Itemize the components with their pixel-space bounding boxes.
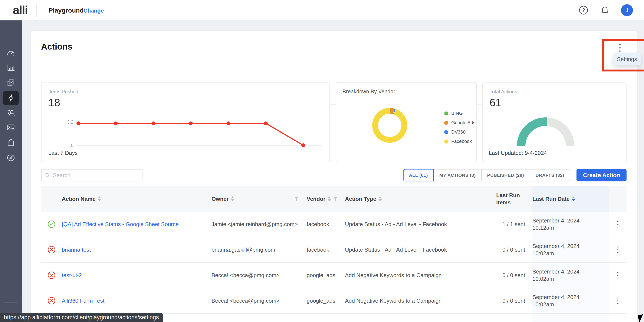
dashboard-icon	[6, 48, 16, 57]
svg-text:?: ?	[582, 7, 585, 13]
users-icon	[6, 108, 16, 117]
client-name: Playground	[48, 7, 84, 14]
row-kebab-menu-icon[interactable]	[609, 288, 626, 313]
sidebar-item-dashboard[interactable]	[3, 45, 19, 60]
sidebar-item-reports[interactable]	[3, 60, 19, 75]
action-name-link[interactable]: Alli360 Form Test	[62, 298, 104, 304]
column-action-type[interactable]: Action Type	[345, 186, 496, 212]
filter-button[interactable]: MY ACTIONS (8)	[434, 169, 482, 181]
sidebar-item-discover[interactable]	[3, 151, 19, 165]
sidebar-item-actions[interactable]	[3, 91, 19, 105]
vendor-cell: google_ads	[307, 288, 345, 313]
legend-item: DV360	[444, 129, 476, 135]
column-last-run-items: Last Run Items	[496, 186, 532, 212]
filter-label: ALL (61)	[409, 173, 428, 178]
mouse-cursor	[638, 314, 644, 322]
filter-button[interactable]: ALL (61)	[403, 169, 434, 181]
page-kebab-menu-icon[interactable]	[616, 42, 624, 54]
vendor-legend: BING Google Ads DV360 Facebook	[444, 111, 476, 144]
status-url-bar: https://app.alliplatform.com/client/play…	[0, 313, 163, 322]
filter-label: PUBLISHED (29)	[487, 173, 524, 178]
vendor-cell: google_ads	[307, 263, 345, 288]
bar-chart-icon	[6, 63, 16, 72]
filter-button[interactable]: PUBLISHED (29)	[481, 169, 530, 181]
last-run-items-cell: 0 / 0 sent	[496, 288, 532, 313]
table-header: Action Name Owner Vendor Action Type Las…	[41, 186, 626, 212]
sidebar-item-tasks[interactable]	[3, 75, 19, 90]
action-type-cell: Add Negative Keywords to a Campaign	[345, 288, 496, 313]
sort-icon[interactable]	[328, 196, 331, 201]
table-row: Alli360 Form Test Becca! <becca@pmg.com>…	[41, 288, 626, 314]
row-kebab-menu-icon[interactable]	[609, 263, 626, 288]
column-action-name[interactable]: Action Name	[62, 186, 212, 212]
help-icon[interactable]: ?	[578, 5, 589, 15]
vendor-cell	[307, 314, 345, 322]
sidebar-item-commerce[interactable]	[3, 136, 19, 150]
sidebar-item-audiences[interactable]	[3, 106, 19, 120]
last-run-items-cell	[496, 314, 532, 322]
filter-label: MY ACTIONS (8)	[439, 173, 476, 178]
last-run-date: September 4, 2024	[532, 268, 580, 275]
last-run-time: 10:02am	[532, 275, 580, 283]
vendor-cell: facebook	[307, 212, 345, 237]
sidebar-item-creative[interactable]	[3, 120, 19, 135]
legend-label: Facebook	[451, 139, 472, 144]
filter-funnel-icon[interactable]	[333, 197, 337, 201]
status-error-icon	[47, 271, 56, 280]
action-name-link[interactable]: brianna test	[62, 247, 91, 253]
column-last-run-date[interactable]: Last Run Date	[532, 186, 609, 212]
column-status	[41, 186, 62, 212]
owner-cell: Jamie <jamie.reinhard@pmg.com>	[212, 212, 307, 237]
sort-icon[interactable]	[231, 196, 234, 201]
vendor-donut-chart	[372, 108, 407, 143]
sidebar	[0, 20, 22, 322]
shopping-bag-icon	[6, 138, 16, 147]
ytick-top: 3.2	[67, 119, 74, 125]
sort-icon[interactable]	[378, 196, 382, 201]
ytick-bottom: 0	[71, 143, 74, 148]
action-name-link[interactable]: test-ui-2	[62, 272, 82, 279]
image-icon	[6, 123, 16, 132]
column-vendor[interactable]: Vendor	[307, 186, 345, 212]
legend-label: BING	[451, 111, 463, 116]
compass-icon	[6, 153, 16, 162]
sort-icon[interactable]	[98, 196, 101, 201]
search-icon	[45, 172, 50, 178]
filter-funnel-icon[interactable]	[294, 197, 298, 201]
status-success-icon	[47, 220, 56, 228]
search-input[interactable]	[53, 172, 139, 179]
items-pushed-footer: Last 7 Days	[48, 150, 78, 156]
last-run-date: September 4, 2024	[532, 294, 580, 301]
action-type-cell: Update Status - Ad - Ad Level - Facebook	[345, 212, 496, 237]
owner-cell: brianna.gaskill@pmg.com	[212, 237, 307, 262]
row-kebab-menu-icon[interactable]	[609, 237, 626, 262]
filter-button[interactable]: DRAFTS (32)	[530, 169, 570, 181]
sort-icon-active-desc[interactable]	[572, 196, 575, 201]
last-run-time: 10:02am	[532, 250, 580, 257]
legend-dot	[444, 140, 448, 144]
action-type-cell	[345, 314, 496, 322]
legend-dot	[444, 130, 448, 134]
change-client-link[interactable]: Change	[84, 7, 104, 14]
action-name-link[interactable]: [QA] Ad Effective Status - Google Sheet …	[62, 221, 179, 228]
row-kebab-menu-icon[interactable]	[609, 212, 626, 237]
status-error-icon	[47, 245, 56, 254]
breakdown-by-vendor-card: Breakdown By Vendor BING Google Ads DV36…	[336, 82, 476, 162]
notifications-bell-icon[interactable]	[600, 5, 610, 15]
breakdown-title: Breakdown By Vendor	[342, 88, 395, 95]
alli-logo: alli	[13, 3, 28, 17]
action-type-cell: Update Status - Ad - Ad Level - Facebook	[345, 237, 496, 262]
table-body: [QA] Ad Effective Status - Google Sheet …	[41, 212, 626, 322]
column-owner[interactable]: Owner	[212, 186, 307, 212]
action-type-cell: Add Negative Keywords to a Campaign	[345, 263, 496, 288]
search-box	[41, 169, 142, 181]
create-action-button[interactable]: Create Action	[576, 169, 626, 181]
legend-item: Facebook	[444, 139, 476, 144]
items-pushed-card: Items Pushed 18 3.2 0 Last 7 Days	[41, 82, 330, 162]
last-run-date: September 4, 2024	[532, 217, 580, 224]
avatar[interactable]: J	[621, 4, 633, 16]
vendor-cell: facebook	[307, 237, 345, 262]
items-pushed-line-chart: 3.2 0	[42, 83, 330, 162]
filter-group: ALL (61)MY ACTIONS (8)PUBLISHED (29)DRAF…	[403, 169, 570, 181]
settings-menu-item[interactable]: Settings	[613, 53, 640, 65]
